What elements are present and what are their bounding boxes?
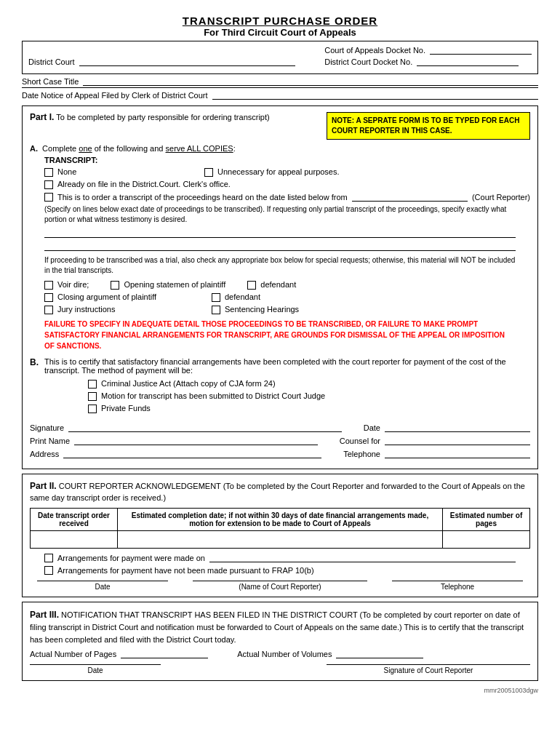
page-header: TRANSCRIPT PURCHASE ORDER For Third Circ… (22, 15, 538, 38)
short-case-section: Short Case Title (22, 77, 538, 88)
reporter-name-field: (Name of Court Reporter) (193, 581, 367, 591)
private-label: Private Funds (101, 404, 151, 413)
actual-volumes-field[interactable] (336, 658, 423, 658)
part3-sig-line[interactable] (327, 664, 530, 665)
col1-input[interactable] (31, 531, 118, 549)
checkbox-opening[interactable] (111, 281, 119, 290)
district-docket-label: District Court Docket No. (324, 57, 412, 66)
checkbox-arr2[interactable] (44, 566, 53, 575)
reporter-name-label: (Name of Court Reporter) (239, 583, 321, 591)
district-court-field[interactable] (79, 65, 296, 66)
court-reporter-label: (Court Reporter) (472, 193, 530, 202)
part2-bottom-row: Date (Name of Court Reporter) Telephone (30, 581, 530, 591)
part1-description: To be completed by party responsible for… (56, 113, 269, 121)
this-order-text: This is to order a transcript of the pro… (57, 193, 348, 202)
already-label: Already on file in the District.Court. C… (57, 180, 231, 188)
print-name-label: Print Name (30, 437, 70, 445)
subtitle: For Third Circuit Court of Appeals (22, 27, 538, 38)
telephone-field[interactable] (385, 458, 530, 458)
signature-field[interactable] (68, 431, 342, 432)
none-label: None (57, 167, 76, 176)
unnecessary-label: Unnecessary for appeal purposes. (217, 167, 340, 176)
part3-label: Part III. (30, 610, 59, 620)
checkbox-jury[interactable] (44, 306, 53, 314)
counsel-for-field[interactable] (385, 445, 530, 445)
checkbox-cja[interactable] (88, 380, 97, 389)
section-a-instruction: Complete one of the following and serve … (40, 144, 236, 153)
checkbox-none-row: None Unnecessary for appeal purposes. (44, 167, 530, 177)
checkbox-this-order[interactable] (44, 193, 53, 202)
part3-sig-block: Signature of Court Reporter (327, 664, 530, 674)
court-appeals-label: Court of Appeals Docket No. (324, 46, 425, 55)
print-name-row: Print Name Counsel for (30, 437, 530, 445)
private-row: Private Funds (88, 404, 530, 413)
col3-input[interactable] (443, 531, 530, 549)
signature-area: Signature Date Print Name Counsel for Ad… (30, 423, 530, 458)
date-bottom-label: Date (95, 583, 110, 591)
date-notice-section: Date Notice of Appeal Filed by Clerk of … (22, 91, 538, 100)
date-label: Date (364, 423, 380, 432)
checkbox-none[interactable] (44, 168, 53, 177)
part3-date-label: Date (87, 666, 103, 674)
checkbox-already[interactable] (44, 180, 53, 189)
actual-pages-label: Actual Number of Pages (30, 650, 116, 658)
checkbox-voir-dire[interactable] (44, 281, 53, 290)
checkbox-closing[interactable] (44, 293, 53, 302)
district-docket-field[interactable] (417, 65, 519, 66)
col2-input[interactable] (118, 531, 443, 549)
part3-date-line[interactable] (30, 664, 161, 665)
motion-row: Motion for transcript has been submitted… (88, 391, 530, 401)
part2-header: Part II. COURT REPORTER ACKNOWLEDGEMENT … (30, 480, 530, 503)
arr2-row: Arrangements for payment have not been m… (44, 565, 516, 575)
if-proceeding-text: If proceeding to be transcribed was a tr… (44, 255, 516, 276)
actual-pages-field[interactable] (121, 658, 208, 658)
signature-label: Signature (30, 423, 64, 432)
print-name-field[interactable] (74, 445, 318, 445)
section-a-label: A. (30, 144, 38, 153)
date-line[interactable] (37, 581, 168, 581)
telephone-bottom-label: Telephone (441, 583, 474, 591)
checkbox-sentencing[interactable] (212, 306, 220, 314)
checkbox-defendant1[interactable] (247, 281, 256, 290)
checkbox-defendant2[interactable] (212, 293, 220, 302)
checkbox-private[interactable] (88, 405, 97, 413)
court-appeals-field[interactable] (430, 54, 532, 55)
col2-header: Estimated completion date; if not within… (118, 509, 443, 531)
voir-dire-row: Voir dire; Opening statemen of plaintiff… (44, 280, 530, 290)
defendant2-label: defendant (225, 292, 260, 301)
counsel-for-label: Counsel for (340, 437, 380, 445)
part2-telephone-field: Telephone (392, 581, 523, 591)
section-b-text: This is to certify that satisfactory fin… (44, 357, 506, 375)
short-case-field[interactable] (83, 85, 538, 86)
main-title: TRANSCRIPT PURCHASE ORDER (22, 15, 538, 27)
note-highlight: NOTE: A SEPRATE FORM IS TO BE TYPED FOR … (327, 112, 530, 140)
date-notice-field[interactable] (212, 99, 538, 100)
payment-options: Criminal Justice Act (Attach copy of CJA… (88, 379, 530, 413)
part3-header: Part III. NOTIFICATION THAT TRANSCRIPT H… (30, 608, 530, 645)
part3-sig-label: Signature of Court Reporter (384, 666, 473, 674)
defendant1-label: defendant (260, 280, 296, 289)
this-order-field[interactable] (352, 201, 468, 202)
reporter-name-line[interactable] (193, 581, 367, 581)
date-field[interactable] (385, 431, 530, 432)
motion-label: Motion for transcript has been submitted… (101, 391, 325, 400)
arr1-field[interactable] (209, 562, 516, 562)
voir-dire-label: Voir dire; (57, 280, 89, 289)
checkbox-unnecessary[interactable] (204, 168, 213, 177)
section-b-label: B. (30, 357, 39, 367)
date-notice-label: Date Notice of Appeal Filed by Clerk of … (22, 91, 208, 100)
part3-section: Part III. NOTIFICATION THAT TRANSCRIPT H… (22, 602, 538, 681)
specify-text: (Specify on lines below exact date of pr… (44, 204, 530, 225)
telephone-label: Telephone (343, 450, 380, 458)
checkbox-arr1[interactable] (44, 554, 53, 562)
arr1-label: Arrangements for payment were made on (57, 554, 205, 562)
transcript-line-2 (44, 241, 516, 251)
checkbox-motion[interactable] (88, 392, 97, 401)
part3-description: NOTIFICATION THAT TRANSCRIPT HAS BEEN FI… (30, 610, 524, 644)
address-field[interactable] (63, 458, 321, 458)
arr1-row: Arrangements for payment were made on (44, 553, 516, 562)
telephone-line[interactable] (392, 581, 523, 581)
part2-description: COURT REPORTER ACKNOWLEDGEMENT (To be co… (30, 482, 525, 502)
section-a: A. Complete one of the following and ser… (30, 144, 530, 351)
transcript-label: TRANSCRIPT: (44, 156, 530, 164)
